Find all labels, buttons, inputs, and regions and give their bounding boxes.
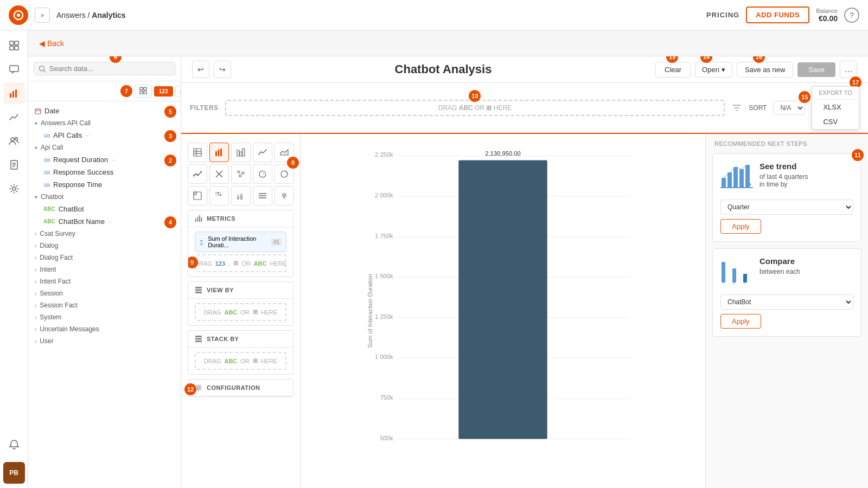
add-funds-button[interactable]: ADD FUNDS bbox=[746, 7, 809, 23]
more-button[interactable]: … bbox=[840, 61, 857, 78]
tree-item-chatbot-name[interactable]: ABC ChatBot Name ← bbox=[37, 215, 181, 228]
svg-rect-108 bbox=[739, 169, 744, 188]
viz-scatter[interactable] bbox=[231, 164, 251, 184]
tree-item-intent-fact[interactable]: › Intent Fact bbox=[28, 275, 181, 287]
clear-button[interactable]: Clear bbox=[655, 62, 691, 78]
filter-drag-zone[interactable]: DRAG ABC OR ⊞ HERE bbox=[225, 100, 725, 116]
save-new-button[interactable]: Save as new bbox=[737, 62, 793, 78]
tree-category-api-call[interactable]: ▾ Api Call bbox=[28, 142, 181, 153]
svg-point-12 bbox=[15, 138, 17, 140]
viz-table[interactable] bbox=[188, 143, 207, 162]
tree-item-date[interactable]: Date bbox=[28, 105, 181, 117]
export-xlsx[interactable]: XLSX bbox=[812, 100, 859, 114]
tree-category-chatbot[interactable]: ▾ Chatbot bbox=[28, 191, 181, 203]
stack-by-drag-zone[interactable]: DRAG ABC OR ⊞ HERE bbox=[195, 352, 286, 370]
pricing-link[interactable]: PRICING bbox=[706, 11, 739, 19]
annotation-5: 5 bbox=[164, 106, 176, 118]
sort-select[interactable]: N/A bbox=[773, 101, 805, 115]
compare-select[interactable]: ChatBot ChatBot Name bbox=[720, 294, 853, 310]
sidebar-icon-users[interactable] bbox=[3, 130, 25, 152]
nav-expand-btn[interactable]: » bbox=[35, 8, 50, 23]
tree-item-session-fact[interactable]: › Session Fact bbox=[28, 299, 181, 311]
breadcrumb: Answers / Analytics bbox=[56, 11, 126, 20]
redo-button[interactable]: ↪ bbox=[214, 61, 231, 78]
tree-item-dialog-fact[interactable]: › Dialog Fact bbox=[28, 252, 181, 264]
viz-list[interactable] bbox=[253, 186, 272, 206]
svg-text:C: C bbox=[743, 282, 746, 284]
tree-item-csat[interactable]: › Csat Survey bbox=[28, 228, 181, 240]
view-by-title: VIEW BY bbox=[207, 287, 286, 293]
see-trend-select[interactable]: Quarter Month Week Day bbox=[720, 200, 853, 215]
search-input-wrap[interactable] bbox=[34, 62, 175, 75]
metrics-drag-zone[interactable]: DRAG 123 , ⊞ OR ABC HERE bbox=[195, 254, 286, 272]
see-trend-apply-button[interactable]: Apply bbox=[720, 219, 761, 234]
metrics-header: METRICS bbox=[188, 210, 293, 227]
tree-item-system[interactable]: › System bbox=[28, 311, 181, 323]
viz-map[interactable] bbox=[275, 186, 294, 206]
view-by-drag-zone[interactable]: DRAG ABC OR ⊞ HERE bbox=[195, 303, 286, 321]
svg-rect-2 bbox=[10, 41, 14, 45]
see-trend-card: See trend of last 4 quarters in time by … bbox=[712, 153, 861, 242]
svg-rect-4 bbox=[10, 46, 14, 50]
filter-icon[interactable] bbox=[731, 102, 742, 113]
export-csv[interactable]: CSV bbox=[812, 114, 859, 129]
svg-rect-21 bbox=[144, 87, 146, 90]
viz-line2[interactable] bbox=[188, 164, 207, 184]
tree-item-chatbot[interactable]: ABC ChatBot bbox=[37, 203, 181, 215]
svg-text:B: B bbox=[732, 282, 735, 284]
metrics-section: METRICS ∑ Sum of Interaction Durati... #… bbox=[188, 210, 293, 277]
sidebar-icon-trends[interactable] bbox=[3, 106, 25, 128]
svg-rect-83 bbox=[195, 338, 202, 340]
viz-pie[interactable] bbox=[253, 164, 272, 184]
app-logo[interactable] bbox=[9, 5, 28, 25]
filters-label: FILTERS bbox=[190, 104, 219, 112]
back-link[interactable]: ◀ Back bbox=[39, 39, 64, 48]
sidebar-icon-dashboard[interactable] bbox=[3, 35, 25, 56]
compare-apply-button[interactable]: Apply bbox=[720, 314, 761, 329]
tree-category-answers[interactable]: ▾ Answers API Call bbox=[28, 117, 181, 129]
viz-pivot[interactable] bbox=[188, 186, 207, 206]
help-button[interactable]: ? bbox=[844, 8, 859, 23]
sidebar-icon-analytics[interactable] bbox=[3, 82, 25, 104]
sidebar-icon-reports[interactable] bbox=[3, 154, 25, 176]
viz-line[interactable] bbox=[253, 143, 272, 162]
tree-item-user[interactable]: › User bbox=[28, 335, 181, 347]
tree-item-uncertain[interactable]: › Uncertain Messages bbox=[28, 323, 181, 335]
annotation-7: 7 bbox=[120, 85, 132, 97]
save-button[interactable]: Save bbox=[797, 62, 835, 77]
undo-button[interactable]: ↩ bbox=[192, 61, 209, 78]
tree-item-request-duration[interactable]: 123 Request Duration ← bbox=[37, 153, 181, 166]
sidebar-icon-profile[interactable]: PB bbox=[3, 462, 25, 484]
type-filter-num[interactable]: 123 bbox=[154, 86, 173, 97]
data-tree: 5 Date ▾ Answers API Call 3 bbox=[28, 101, 181, 488]
tree-item-dialog[interactable]: › Dialog bbox=[28, 240, 181, 252]
sidebar-icon-notifications[interactable] bbox=[3, 434, 25, 455]
viz-heatmap[interactable] bbox=[209, 186, 229, 206]
tree-item-response-success[interactable]: 123 Response Success bbox=[37, 166, 181, 178]
svg-point-53 bbox=[242, 172, 244, 174]
search-input[interactable] bbox=[49, 65, 170, 73]
tree-item-intent[interactable]: › Intent bbox=[28, 264, 181, 275]
tree-item-response-time[interactable]: 123 Response Time bbox=[37, 178, 181, 191]
open-button[interactable]: Open ▾ bbox=[695, 62, 732, 78]
viz-bar[interactable] bbox=[209, 143, 229, 162]
see-trend-desc: of last 4 quarters bbox=[760, 173, 853, 181]
sidebar-icon-chat[interactable] bbox=[3, 59, 25, 80]
sidebar-icon-settings[interactable] bbox=[3, 178, 25, 200]
tree-item-session[interactable]: › Session bbox=[28, 287, 181, 299]
chart-toolbar: ↩ ↪ Chatbot Analysis 13 Clear 14 Open ▾ bbox=[181, 56, 868, 83]
num-icon: 123 bbox=[43, 133, 50, 138]
type-filter-abc[interactable]: ABC bbox=[175, 86, 181, 97]
viz-column[interactable] bbox=[231, 143, 251, 162]
svg-rect-77 bbox=[199, 215, 200, 222]
viz-cross[interactable] bbox=[209, 164, 229, 184]
tree-item-api-calls[interactable]: 123 API Calls ← bbox=[37, 129, 181, 142]
viz-stacked[interactable] bbox=[231, 186, 251, 206]
metric-item-1[interactable]: ∑ Sum of Interaction Durati... #1 bbox=[195, 232, 286, 252]
svg-rect-102 bbox=[458, 160, 547, 439]
data-panel: 6 7 123 ABC bbox=[28, 56, 181, 488]
svg-rect-36 bbox=[194, 149, 201, 156]
configuration-header[interactable]: CONFIGURATION bbox=[188, 380, 293, 396]
type-filter-table[interactable] bbox=[135, 85, 152, 98]
svg-point-1 bbox=[17, 14, 20, 17]
